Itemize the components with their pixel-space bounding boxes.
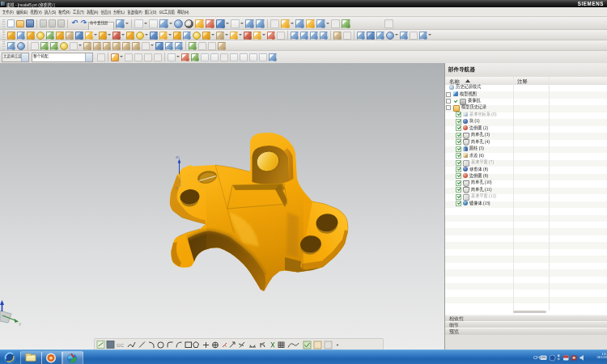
svg-text:CH: CH: [533, 355, 540, 360]
svg-text:GC: GC: [117, 343, 125, 348]
